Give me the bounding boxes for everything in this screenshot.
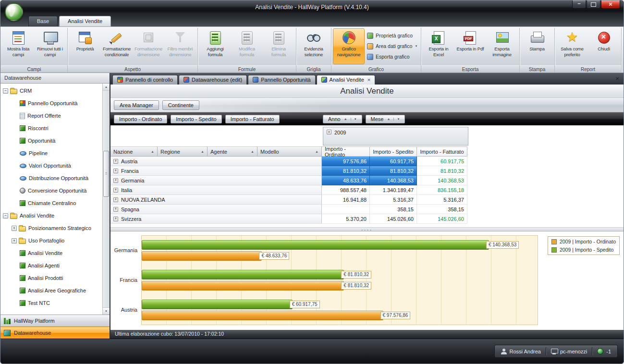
mostra-lista-campi-button[interactable]: Mostra lista campi [2, 28, 34, 64]
sidebar-footer-hallway-platform[interactable]: HallWay Platform [0, 315, 110, 327]
chart-bar[interactable]: € 97.576,86 [142, 311, 383, 320]
salva-come-preferito-button[interactable]: Salva come preferito [556, 28, 588, 64]
expand-icon[interactable] [113, 197, 118, 202]
scroll-down-icon[interactable]: ▼ [103, 307, 110, 315]
value-cell[interactable]: 140.368,53 [417, 176, 467, 185]
esporta-in-pdf-button[interactable]: Esporta in Pdf [454, 28, 486, 64]
value-cell[interactable]: 140.368,53 [370, 176, 417, 185]
tree-item-pannello-opportunità[interactable]: Pannello Opportunità [0, 97, 102, 109]
filter-dropdown-icon[interactable] [393, 118, 400, 121]
expand-icon[interactable] [113, 169, 118, 173]
evidenzia-selezione-button[interactable]: Evidenzia selezione [298, 28, 330, 64]
tree-item-chiamate-centralino[interactable]: Chiamate Centralino [0, 197, 102, 209]
esporta-grafico-button[interactable]: Esporta grafico [365, 51, 419, 62]
value-cell[interactable]: 5.316,37 [417, 195, 467, 205]
tree-item-analisi-prodotti[interactable]: Analisi Prodotti [0, 272, 102, 284]
doc-tab-analisi-vendite[interactable]: Analisi Vendite× [317, 75, 376, 85]
tree-item-uso-portafoglio[interactable]: Uso Portafoglio [0, 234, 102, 247]
value-cell[interactable]: 16.941,88 [322, 195, 370, 205]
tree-item-test-ntc[interactable]: Test NTC [0, 297, 102, 309]
expand-icon[interactable] [12, 238, 17, 243]
row-field-header-nazione[interactable]: Nazione [110, 146, 158, 157]
chart-bar[interactable]: € 60.917,75 [142, 300, 293, 309]
doc-tab-pannello-opportunità[interactable]: Pannello Opportunità [248, 75, 315, 85]
filter-dropdown-icon[interactable] [351, 118, 357, 121]
value-cell[interactable]: 5.316,37 [370, 195, 417, 205]
maximize-button[interactable] [587, 0, 600, 9]
row-label-cell[interactable]: Svizzera [110, 214, 322, 224]
proprietà-grafico-button[interactable]: Proprietà grafico [365, 30, 419, 41]
tree-item-riscontri[interactable]: Riscontri [0, 122, 102, 134]
row-label-cell[interactable]: NUOVA ZELANDA [110, 195, 322, 205]
scroll-up-icon[interactable]: ▲ [103, 84, 110, 91]
row-label-cell[interactable]: Italia [110, 185, 322, 195]
column-field-anno[interactable]: Anno [323, 115, 362, 123]
value-cell[interactable]: 5.370,20 [322, 214, 370, 224]
elimina-formula-button[interactable]: Elimina formula [263, 28, 294, 64]
tree-item-crm[interactable]: CRM [0, 85, 102, 97]
aggiungi-formula-button[interactable]: Aggiungi formula [199, 28, 231, 64]
grafico-navigazione-button[interactable]: Grafico navigazione [333, 28, 365, 64]
expand-icon[interactable] [113, 188, 118, 193]
row-label-cell[interactable]: Germania [110, 176, 322, 185]
tree-item-analisi-vendite[interactable]: Analisi Vendite [0, 247, 102, 259]
tree-scrollbar[interactable]: ▲ ▼ [102, 84, 110, 315]
modifica-formula-button[interactable]: Modifica formula [231, 28, 263, 64]
collapse-icon[interactable] [3, 88, 8, 94]
value-cell[interactable]: 48.633,76 [322, 176, 370, 185]
tree-item-analisi-vendite[interactable]: Analisi Vendite [0, 209, 102, 222]
tree-item-valori-opportunità[interactable]: Valori Opportunità [0, 159, 102, 172]
rimuovi-tutti-i-campi-button[interactable]: Rimuovi tutti i campi [34, 28, 66, 64]
minimize-button[interactable] [572, 0, 586, 9]
data-field-importo-spedito[interactable]: Importo - Spedito [171, 115, 221, 123]
column-field-mese[interactable]: Mese [366, 115, 405, 123]
tree-item-posizionamento-strategico[interactable]: Posizionamento Strategico [0, 222, 102, 234]
esporta-immagine-button[interactable]: Esporta immagine [486, 28, 518, 64]
sidebar-footer-datawarehouse[interactable]: Datawarehouse [0, 327, 110, 339]
row-label-cell[interactable]: Spagna [110, 205, 322, 214]
value-cell[interactable]: 836.155,18 [417, 185, 467, 195]
filter-field-area-manager[interactable]: Area Manager [114, 100, 159, 110]
formattazione-condizionale-button[interactable]: Formattazione condizionale [101, 28, 133, 64]
value-cell[interactable]: 81.810,32 [417, 166, 467, 176]
expand-icon[interactable] [113, 217, 118, 221]
tree-item-opportunità[interactable]: Opportunità [0, 134, 102, 147]
formattazione-dimensione-button[interactable]: Formattazione dimensione [133, 28, 164, 64]
expand-icon[interactable] [327, 130, 331, 134]
area-dati-grafico-button[interactable]: Area dati grafico [365, 41, 419, 51]
tree-item-analisi-aree-geografiche[interactable]: Analisi Aree Geografiche [0, 284, 102, 297]
chart-bar[interactable]: € 81.810,32 [142, 281, 344, 291]
value-cell[interactable]: 358,15 [370, 205, 417, 214]
tree-item-pipeline[interactable]: Pipeline [0, 147, 102, 159]
value-header-importo-fatturato[interactable]: Importo - Fatturato [417, 146, 467, 157]
data-field-importo-ordinato[interactable]: Importo - Ordinato [114, 115, 167, 123]
tree-item-report-offerte[interactable]: Report Offerte [0, 109, 102, 122]
filtro-membri-dimensione-button[interactable]: Filtro membri dimensione [164, 28, 196, 64]
row-label-cell[interactable]: Francia [110, 166, 322, 176]
app-tab-analisi-vendite[interactable]: Analisi Vendite [59, 16, 111, 26]
chart-bar[interactable]: € 48.633,76 [142, 251, 262, 261]
app-tab-base[interactable]: Base [28, 16, 58, 26]
row-field-header-regione[interactable]: Regione [158, 146, 208, 157]
doc-tab-datawarehouse-edit[interactable]: Datawarehouse (edit) [179, 75, 247, 85]
doc-tab-pannello-di-controllo[interactable]: Pannello di controllo [112, 75, 178, 85]
close-tab-icon[interactable]: × [367, 77, 370, 83]
chart-bar[interactable]: € 140.368,53 [142, 240, 489, 250]
collapse-icon[interactable] [3, 213, 8, 218]
value-cell[interactable]: 60.917,75 [370, 157, 417, 166]
value-cell[interactable]: 60.917,75 [417, 157, 467, 166]
tree-item-conversione-opportunità[interactable]: Conversione Opportunità [0, 184, 102, 197]
grid-chart-splitter[interactable] [110, 227, 624, 231]
column-group-2009[interactable]: 2009 [323, 127, 468, 146]
filter-field-continente[interactable]: Continente [162, 100, 199, 110]
tree-item-distribuzione-opportunità[interactable]: Distribuzione Opportunità [0, 172, 102, 184]
data-field-importo-fatturato[interactable]: Importo - Fatturato [225, 115, 280, 123]
value-cell[interactable]: 1.340.189,47 [370, 185, 417, 195]
value-cell[interactable]: 97.576,86 [322, 157, 370, 166]
value-cell[interactable]: 145.026,60 [417, 214, 467, 224]
row-field-header-agente[interactable]: Agente [208, 146, 257, 157]
close-document-icon[interactable]: × [615, 75, 619, 82]
expand-icon[interactable] [113, 159, 118, 164]
value-cell[interactable]: 145.026,60 [370, 214, 417, 224]
scrollbar-thumb[interactable] [103, 151, 109, 197]
